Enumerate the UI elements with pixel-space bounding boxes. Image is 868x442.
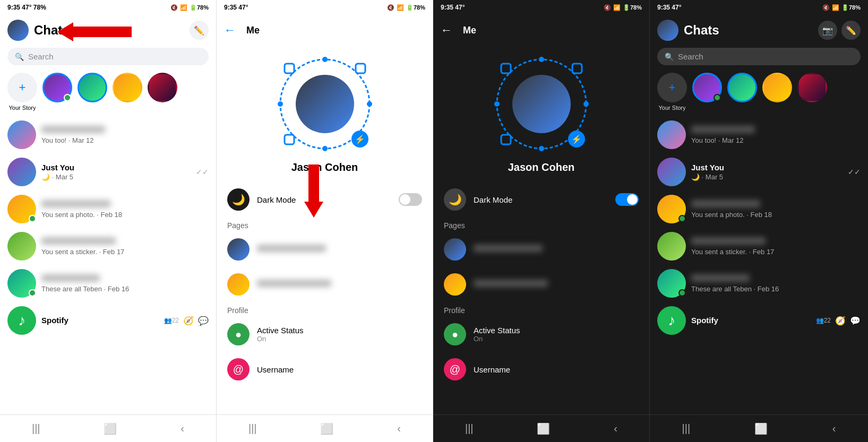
user-avatar-p1[interactable] (7, 20, 29, 41)
active-status-item-p3[interactable]: ● Active Status On (433, 317, 649, 352)
story-avatar-2-p4 (727, 73, 757, 102)
profile-section-p2: ⚡ Jason Cohen (217, 46, 433, 182)
add-story-btn-p4[interactable]: + (657, 73, 687, 102)
username-item-p3[interactable]: @ Username (433, 352, 649, 387)
chat-item-3-p1[interactable]: You sent a photo. · Feb 18 (0, 190, 216, 228)
dark-mode-toggle-p3[interactable] (615, 193, 639, 206)
nav-back-p1[interactable]: ‹ (176, 418, 188, 439)
chat-list-p4: You too! · Mar 12 Just You 🌙 · Mar 5 ✓✓ (650, 116, 868, 414)
add-story-btn-p1[interactable]: + (7, 73, 37, 102)
username-label-p2: Username (257, 365, 422, 374)
me-title-p3: Me (463, 25, 642, 36)
chat-item-1-p4[interactable]: You too! · Mar 12 (650, 116, 868, 153)
chat-avatar-1-p4 (657, 120, 686, 149)
pages-section-p2: Pages (217, 217, 433, 232)
username-item-p2[interactable]: @ Username (217, 352, 433, 387)
nav-back-p4[interactable]: ‹ (828, 418, 840, 439)
story-3-p1[interactable] (113, 73, 142, 105)
page-1-p3[interactable] (433, 232, 649, 267)
qr-wrap-p2: ⚡ (277, 56, 373, 152)
nav-menu-p4[interactable]: ||| (678, 418, 695, 439)
page-avatar-2-p2 (227, 273, 250, 296)
chat-item-spotify-p4[interactable]: ♪ Spotify 👥22 🧭 💬 (650, 302, 868, 339)
nav-back-p2[interactable]: ‹ (393, 418, 405, 439)
online-dot-5-p1 (29, 289, 36, 297)
chat-item-4-p4[interactable]: You sent a sticker. · Feb 17 (650, 228, 868, 265)
status-time-p4: 9:35 47° (657, 4, 682, 11)
chat-preview-4-p4: You sent a sticker. · Feb 17 (691, 248, 861, 256)
chat-name-5-p1 (41, 274, 100, 282)
story-4-p4[interactable] (797, 73, 827, 105)
search-icon-p4: 🔍 (665, 53, 674, 61)
story-4-p1[interactable] (148, 73, 177, 105)
edit-button-p1[interactable]: ✏️ (190, 21, 209, 40)
messenger-badge-p2: ⚡ (351, 131, 368, 148)
back-button-p3[interactable]: ← (441, 23, 452, 37)
add-story-p4[interactable]: + Your Story (657, 73, 687, 111)
page-2-p2[interactable] (217, 267, 433, 302)
dark-mode-item-p2[interactable]: 🌙 Dark Mode (217, 182, 433, 217)
page-name-2-p3 (474, 280, 548, 287)
page-1-p2[interactable] (217, 232, 433, 267)
svg-point-2 (367, 101, 372, 107)
chat-item-2-p1[interactable]: Just You 🌙 · Mar 5 ✓✓ (0, 153, 216, 190)
page-avatar-1-p3 (444, 238, 466, 261)
dark-mode-icon-p2: 🌙 (227, 188, 250, 211)
nav-home-p1[interactable]: ⬜ (99, 418, 121, 439)
nav-home-p4[interactable]: ⬜ (750, 418, 772, 439)
bottom-nav-p2: ||| ⬜ ‹ (217, 414, 433, 442)
nav-menu-p2[interactable]: ||| (244, 418, 261, 439)
camera-button-p4[interactable]: 📷 (818, 21, 837, 40)
chat-item-1-p1[interactable]: You too! · Mar 12 (0, 116, 216, 153)
chat-item-2-p4[interactable]: Just You 🌙 · Mar 5 ✓✓ (650, 153, 868, 190)
add-story-p1[interactable]: + Your Story (7, 73, 37, 111)
chat-name-2-p4: Just You (691, 163, 843, 172)
profile-section-label-p2: Profile (217, 302, 433, 317)
back-button-p2[interactable]: ← (224, 23, 236, 37)
story-2-p1[interactable] (78, 73, 107, 105)
dark-mode-toggle-p2[interactable] (399, 193, 422, 206)
chat-item-4-p1[interactable]: You sent a sticker. · Feb 17 (0, 228, 216, 265)
svg-rect-15 (572, 64, 582, 73)
nav-home-p3[interactable]: ⬜ (532, 418, 554, 439)
panel-light-chats: 9:35 47° 78% 🔇 📶 🔋78% Chats ✏️ 🔍 Search … (0, 0, 217, 442)
chat-item-5-p1[interactable]: These are all Teben · Feb 16 (0, 265, 216, 302)
chat-item-spotify-p1[interactable]: ♪ Spotify 👥22 🧭 💬 (0, 302, 216, 339)
chat-name-1-p4 (691, 126, 755, 133)
profile-section-label-p3: Profile (433, 302, 649, 317)
active-status-item-p2[interactable]: ● Active Status On (217, 317, 433, 352)
status-bar-p1: 9:35 47° 78% 🔇 📶 🔋78% (0, 0, 216, 15)
story-avatar-4-p4 (797, 73, 827, 102)
nav-menu-p3[interactable]: ||| (461, 418, 478, 439)
dark-mode-icon-p3: 🌙 (444, 188, 466, 211)
me-avatar-p2 (296, 75, 354, 133)
chat-avatar-4-p1 (7, 232, 36, 261)
qr-wrap-p3: ⚡ (494, 56, 589, 152)
edit-button-p4[interactable]: ✏️ (841, 21, 861, 40)
online-dot-5-p4 (678, 289, 686, 297)
chat-preview-2-p1: 🌙 · Mar 5 (41, 173, 191, 181)
page-2-p3[interactable] (433, 267, 649, 302)
search-bar-p4[interactable]: 🔍 Search (657, 48, 861, 65)
nav-menu-p1[interactable]: ||| (28, 418, 45, 439)
story-3-p4[interactable] (762, 73, 792, 105)
online-dot-3-p1 (29, 215, 36, 222)
chat-item-5-p4[interactable]: These are all Teben · Feb 16 (650, 265, 868, 302)
active-status-label-p2: Active Status (257, 326, 422, 335)
nav-home-p2[interactable]: ⬜ (316, 418, 338, 439)
dark-mode-item-p3[interactable]: 🌙 Dark Mode (433, 182, 649, 217)
chat-item-3-p4[interactable]: You sent a photo. · Feb 18 (650, 190, 868, 228)
chat-avatar-1-p1 (7, 120, 36, 149)
status-bar-p4: 9:35 47° 🔇 📶 🔋78% (650, 0, 868, 15)
story-1-p4[interactable] (692, 73, 722, 105)
search-bar-p1[interactable]: 🔍 Search (7, 48, 209, 65)
user-avatar-p4[interactable] (657, 20, 678, 41)
story-1-p1[interactable] (42, 73, 72, 105)
svg-point-12 (539, 146, 544, 151)
story-2-p4[interactable] (727, 73, 757, 105)
chat-name-4-p1 (41, 237, 116, 245)
nav-back-p3[interactable]: ‹ (609, 418, 622, 439)
panel-light-me: 9:35 47° 🔇 📶 🔋78% ← Me (217, 0, 433, 442)
chat-preview-3-p4: You sent a photo. · Feb 18 (691, 211, 861, 219)
dark-mode-label-p3: Dark Mode (474, 195, 608, 204)
